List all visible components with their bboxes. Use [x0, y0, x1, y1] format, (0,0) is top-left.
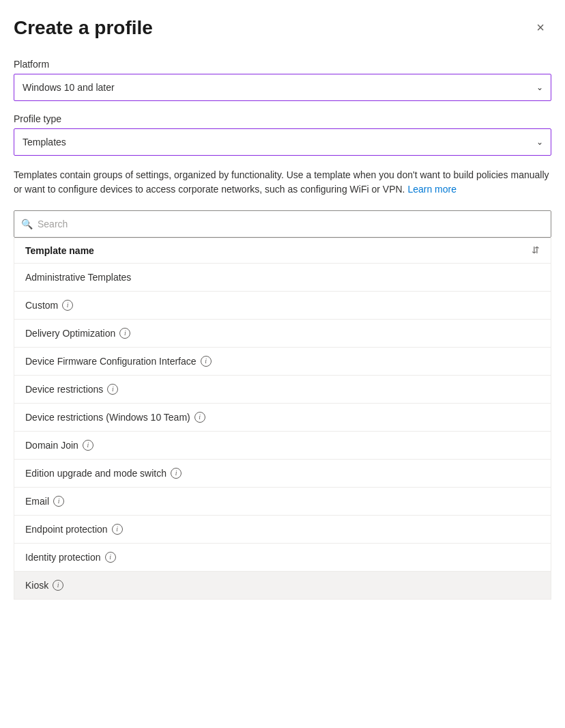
table-header-label: Template name — [25, 245, 94, 256]
info-icon[interactable]: i — [119, 328, 130, 339]
create-profile-dialog: Create a profile × Platform Windows 10 a… — [0, 0, 565, 728]
table-row[interactable]: Endpoint protection i — [14, 516, 551, 544]
templates-table: Template name ⇵ Administrative Templates… — [14, 238, 551, 600]
table-row[interactable]: Delivery Optimization i — [14, 320, 551, 348]
info-icon[interactable]: i — [201, 356, 212, 367]
profile-type-label: Profile type — [14, 113, 551, 124]
row-text: Endpoint protection i — [25, 524, 123, 535]
info-icon[interactable]: i — [107, 384, 118, 395]
info-icon[interactable]: i — [105, 552, 116, 563]
search-box-container: 🔍 — [14, 210, 551, 238]
info-icon[interactable]: i — [194, 412, 205, 423]
info-icon[interactable]: i — [83, 440, 93, 451]
dialog-header: Create a profile × — [14, 16, 551, 40]
row-text: Delivery Optimization i — [25, 328, 130, 339]
row-text: Device restrictions i — [25, 384, 118, 395]
profile-type-field: Profile type Templates ⌄ — [14, 113, 551, 156]
table-row[interactable]: Device restrictions i — [14, 376, 551, 404]
learn-more-link[interactable]: Learn more — [407, 184, 457, 195]
table-header-row: Template name ⇵ — [14, 238, 551, 264]
table-row[interactable]: Identity protection i — [14, 544, 551, 572]
row-text: Identity protection i — [25, 552, 116, 563]
row-text: Administrative Templates — [25, 272, 131, 283]
info-icon[interactable]: i — [53, 580, 63, 591]
row-text: Domain Join i — [25, 440, 93, 451]
table-row[interactable]: Kiosk i — [14, 572, 551, 599]
table-row[interactable]: Domain Join i — [14, 432, 551, 460]
table-row[interactable]: Administrative Templates — [14, 264, 551, 292]
dialog-title: Create a profile — [14, 16, 153, 40]
row-text: Edition upgrade and mode switch i — [25, 468, 182, 479]
row-text: Device Firmware Configuration Interface … — [25, 356, 212, 367]
info-icon[interactable]: i — [171, 468, 182, 479]
description-text: Templates contain groups of settings, or… — [14, 168, 551, 197]
table-row[interactable]: Device restrictions (Windows 10 Team) i — [14, 404, 551, 432]
platform-label: Platform — [14, 59, 551, 70]
table-row[interactable]: Email i — [14, 488, 551, 516]
profile-type-select-wrapper: Templates ⌄ — [14, 128, 551, 156]
platform-field: Platform Windows 10 and later ⌄ — [14, 59, 551, 101]
search-icon: 🔍 — [21, 219, 33, 229]
sort-icon[interactable]: ⇵ — [532, 247, 540, 254]
table-row[interactable]: Edition upgrade and mode switch i — [14, 460, 551, 488]
platform-select[interactable]: Windows 10 and later — [14, 74, 551, 101]
platform-select-wrapper: Windows 10 and later ⌄ — [14, 74, 551, 101]
info-icon[interactable]: i — [62, 300, 73, 311]
row-text: Device restrictions (Windows 10 Team) i — [25, 412, 205, 423]
close-button[interactable]: × — [530, 16, 551, 38]
table-row[interactable]: Custom i — [14, 292, 551, 320]
search-input[interactable] — [14, 211, 551, 237]
info-icon[interactable]: i — [53, 496, 64, 507]
row-text: Kiosk i — [25, 580, 63, 591]
row-text: Email i — [25, 496, 64, 507]
row-text: Custom i — [25, 300, 73, 311]
info-icon[interactable]: i — [112, 524, 123, 535]
profile-type-select[interactable]: Templates — [14, 128, 551, 156]
table-row[interactable]: Device Firmware Configuration Interface … — [14, 348, 551, 376]
